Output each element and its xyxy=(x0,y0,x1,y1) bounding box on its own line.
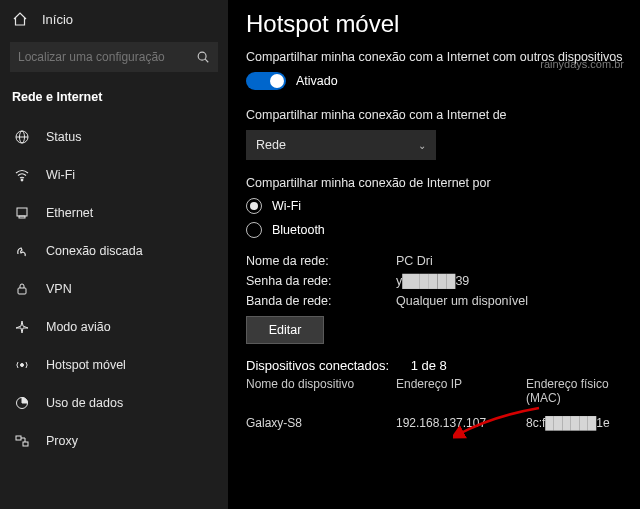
cell-device: Galaxy-S8 xyxy=(246,416,396,430)
vpn-icon xyxy=(14,281,30,297)
ethernet-icon xyxy=(14,205,30,221)
search-icon xyxy=(196,50,210,64)
sidebar-item-label: VPN xyxy=(46,282,72,296)
connected-count: 1 de 8 xyxy=(411,358,447,373)
settings-window: Início Rede e Internet Status Wi-Fi Ethe… xyxy=(0,0,640,509)
airplane-icon xyxy=(14,319,30,335)
sidebar-item-ethernet[interactable]: Ethernet xyxy=(0,194,228,232)
sidebar-item-airplane[interactable]: Modo avião xyxy=(0,308,228,346)
home-label: Início xyxy=(42,12,73,27)
proxy-icon xyxy=(14,433,30,449)
sidebar-item-label: Wi-Fi xyxy=(46,168,75,182)
share-over-label: Compartilhar minha conexão de Internet p… xyxy=(246,176,626,190)
sidebar-item-label: Status xyxy=(46,130,81,144)
main-panel: Hotspot móvel rainydays.com.br Compartil… xyxy=(228,0,640,509)
radio-bluetooth[interactable]: Bluetooth xyxy=(246,222,626,238)
net-name-label: Nome da rede: xyxy=(246,254,396,268)
net-pwd-value: y██████39 xyxy=(396,274,626,288)
edit-button-label: Editar xyxy=(269,323,302,337)
sidebar-item-vpn[interactable]: VPN xyxy=(0,270,228,308)
net-pwd-label: Senha da rede: xyxy=(246,274,396,288)
page-title: Hotspot móvel xyxy=(246,10,626,38)
globe-icon xyxy=(14,129,30,145)
sidebar-item-hotspot[interactable]: Hotspot móvel xyxy=(0,346,228,384)
svg-point-5 xyxy=(21,179,23,181)
arrow-annotation xyxy=(453,404,543,440)
net-name-value: PC Dri xyxy=(396,254,626,268)
col-ip: Endereço IP xyxy=(396,377,526,405)
col-device: Nome do dispositivo xyxy=(246,377,396,405)
svg-rect-8 xyxy=(18,288,26,294)
svg-rect-6 xyxy=(17,208,27,216)
wifi-icon xyxy=(14,167,30,183)
dialup-icon xyxy=(14,243,30,259)
sidebar-item-label: Proxy xyxy=(46,434,78,448)
radio-bt-label: Bluetooth xyxy=(272,223,325,237)
sidebar-item-label: Hotspot móvel xyxy=(46,358,126,372)
nav-list: Status Wi-Fi Ethernet Conexão discada VP… xyxy=(0,118,228,460)
toggle-knob xyxy=(270,74,284,88)
table-row: Galaxy-S8 192.168.137.107 8c:f██████1e xyxy=(246,416,626,430)
connected-header: Dispositivos conectados: 1 de 8 xyxy=(246,358,626,373)
radio-icon xyxy=(246,222,262,238)
sidebar-item-status[interactable]: Status xyxy=(0,118,228,156)
svg-rect-12 xyxy=(23,442,28,446)
radio-wifi[interactable]: Wi-Fi xyxy=(246,198,626,214)
svg-line-1 xyxy=(205,59,208,62)
sidebar-item-label: Conexão discada xyxy=(46,244,143,258)
hotspot-icon xyxy=(14,357,30,373)
chevron-down-icon: ⌄ xyxy=(418,140,426,151)
radio-icon xyxy=(246,198,262,214)
sidebar-item-label: Modo avião xyxy=(46,320,111,334)
connected-label: Dispositivos conectados: xyxy=(246,358,389,373)
sidebar-item-data-usage[interactable]: Uso de dados xyxy=(0,384,228,422)
device-table-header: Nome do dispositivo Endereço IP Endereço… xyxy=(246,377,626,406)
svg-rect-7 xyxy=(19,216,25,218)
share-toggle[interactable] xyxy=(246,72,286,90)
col-mac: Endereço físico (MAC) xyxy=(526,377,626,405)
sidebar: Início Rede e Internet Status Wi-Fi Ethe… xyxy=(0,0,228,509)
sidebar-item-proxy[interactable]: Proxy xyxy=(0,422,228,460)
sidebar-item-dialup[interactable]: Conexão discada xyxy=(0,232,228,270)
home-button[interactable]: Início xyxy=(0,0,228,38)
share-from-label: Compartilhar minha conexão com a Interne… xyxy=(246,108,626,122)
home-icon xyxy=(12,11,28,27)
search-input[interactable] xyxy=(10,42,218,72)
net-band-value: Qualquer um disponível xyxy=(396,294,626,308)
edit-button[interactable]: Editar xyxy=(246,316,324,344)
search-field[interactable] xyxy=(18,50,196,64)
svg-rect-11 xyxy=(16,436,21,440)
sidebar-item-label: Ethernet xyxy=(46,206,93,220)
net-band-label: Banda de rede: xyxy=(246,294,396,308)
svg-point-9 xyxy=(21,364,24,367)
dropdown-value: Rede xyxy=(256,138,286,152)
watermark: rainydays.com.br xyxy=(540,58,624,70)
share-from-dropdown[interactable]: Rede ⌄ xyxy=(246,130,436,160)
category-header: Rede e Internet xyxy=(0,82,228,118)
sidebar-item-label: Uso de dados xyxy=(46,396,123,410)
sidebar-item-wifi[interactable]: Wi-Fi xyxy=(0,156,228,194)
network-fields: Nome da rede: PC Dri Senha da rede: y███… xyxy=(246,254,626,308)
svg-point-0 xyxy=(198,52,206,60)
data-usage-icon xyxy=(14,395,30,411)
toggle-state-label: Ativado xyxy=(296,74,338,88)
radio-wifi-label: Wi-Fi xyxy=(272,199,301,213)
